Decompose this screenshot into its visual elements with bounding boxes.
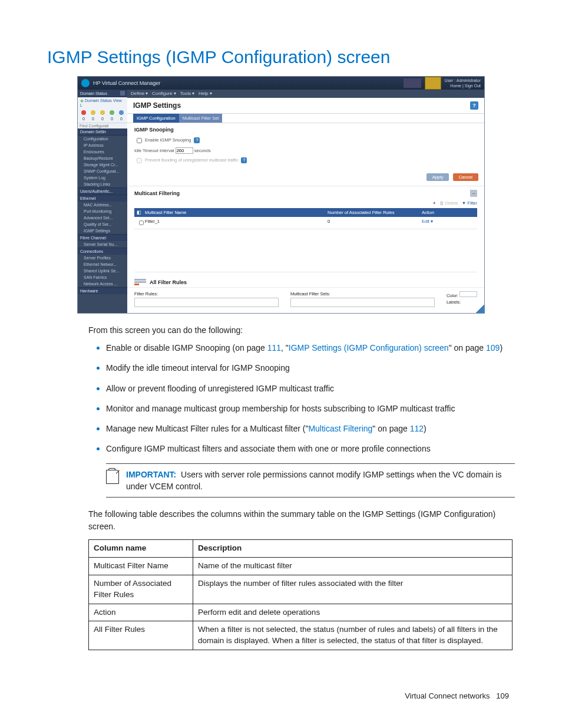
bullet-list: Enable or disable IGMP Snooping (on page… [88,341,515,455]
sidebar-item[interactable]: Ethernet Networ... [78,261,127,268]
labels-label: Labels: [447,299,477,305]
app-title: HP Virtual Connect Manager [93,80,404,86]
menu-item[interactable]: Tools ▾ [180,91,194,96]
app-titlebar: HP Virtual Connect Manager User : Admini… [78,77,484,90]
page-link[interactable]: IGMP Settings (IGMP Configuration) scree… [289,343,449,353]
table-lead: The following table describes the column… [88,508,515,532]
sidebar-item[interactable]: Port Monitoring [78,208,127,215]
sidebar-item[interactable]: Server Serial Nu... [78,241,127,248]
row-checkbox[interactable] [139,220,144,225]
prevent-flooding-checkbox[interactable] [137,158,142,163]
hp-logo-icon [81,79,90,87]
sidebar-users[interactable]: Users/Authentic... [78,187,127,195]
col-count: Number of Associated Filter Rules [328,210,422,215]
cancel-button[interactable]: Cancel [453,173,478,181]
sidebar-item[interactable]: Storage Mgmt Cr... [78,162,127,168]
sidebar-domain-status[interactable]: Domain Status [78,90,127,97]
page-link[interactable]: 111 [267,343,281,353]
sidebar: Domain Status ◉ Domain Status View L 0 0… [78,90,127,313]
page-link[interactable]: 112 [410,424,424,433]
sidebar-connections[interactable]: Connections [78,248,127,255]
list-item: Allow or prevent flooding of unregistere… [106,381,515,394]
filter-rules-box [134,298,279,307]
sidebar-item[interactable]: Server Profiles [78,255,127,261]
add-filter-button[interactable]: + [433,200,435,206]
idle-timeout-input[interactable] [176,147,193,154]
description-table: Column name Description Multicast Filter… [88,539,513,650]
rules-legend-icon [134,278,146,286]
col-name: Multicast Filter Name [145,210,328,215]
content-area: Define ▾ Configure ▾ Tools ▾ Help ▾ IGMP… [127,90,484,313]
collapse-icon[interactable]: – [470,190,477,197]
sidebar-item[interactable]: IP Address [78,142,127,149]
enable-snooping-label: Enable IGMP Snooping [145,137,191,143]
sidebar-item[interactable]: Backup/Restore [78,155,127,162]
list-item: Manage new Multicast Filter rules for a … [106,421,515,434]
page-link[interactable]: Multicast Filtering [308,424,372,433]
cell-action[interactable]: Edit ▾ [422,219,475,227]
panel-title: IGMP Settings [133,101,181,110]
filter-button[interactable]: ▼ Filter [462,200,477,206]
table-row[interactable]: Filter_1 0 Edit ▾ [134,217,477,229]
page-link[interactable]: 109 [486,343,500,353]
help-icon[interactable]: ? [241,157,247,163]
filter-rules-label: Filter Rules: [134,291,279,297]
sidebar-item-igmp[interactable]: IGMP Settings [78,228,127,234]
sidebar-domain-settings[interactable]: Domain Settin [78,129,127,136]
tab-igmp-config[interactable]: IGMP Configuration [133,114,179,123]
all-filter-rules-header: All Filter Rules [127,276,484,287]
cell-name: Filter_1 [145,219,328,227]
domain-status-link[interactable]: ◉ Domain Status View L [78,97,127,108]
list-item: Monitor and manage multicast group membe… [106,401,515,414]
home-link[interactable]: Home [450,84,461,88]
idle-timeout-unit: seconds [194,148,211,153]
enable-snooping-checkbox[interactable] [137,138,142,143]
status-minor-icon[interactable] [100,110,105,115]
col-action: Action [422,210,475,215]
table-row: Action Perform edit and delete operation… [89,604,513,621]
sidebar-item[interactable]: Advanced Set... [78,215,127,221]
help-icon[interactable]: ? [194,137,200,143]
sidebar-item[interactable]: Stacking Links [78,181,127,187]
list-item: Modify the idle timeout interval for IGM… [106,361,515,374]
tab-bar: IGMP ConfigurationMulticast Filter Set [127,114,484,123]
sidebar-item[interactable]: Enclosures [78,149,127,155]
signout-link[interactable]: Sign Out [465,84,481,88]
tab-multicast-filter-set[interactable]: Multicast Filter Set [179,114,223,123]
menu-item[interactable]: Define ▾ [131,91,148,96]
sidebar-item[interactable]: MAC Address... [78,202,127,208]
menu-item[interactable]: Help ▾ [199,91,212,96]
sidebar-item[interactable]: SNMP Configurat... [78,168,127,174]
sidebar-fibre[interactable]: Fibre Channel [78,234,127,241]
sidebar-item[interactable]: System Log [78,174,127,181]
help-icon[interactable]: ? [470,101,478,110]
table-row: Multicast Filter Name Name of the multic… [89,557,513,575]
sidebar-hardware[interactable]: Hardware [78,287,127,294]
status-ok-icon[interactable] [110,110,114,115]
important-note: IMPORTANT: Users with server role permis… [106,463,515,498]
sidebar-item[interactable]: Network Access ... [78,281,127,287]
delete-filter-button[interactable]: 🗑 Delete [439,200,458,206]
sidebar-item[interactable]: Configuration [78,136,127,142]
th-column-name: Column name [89,539,193,557]
sidebar-ethernet[interactable]: Ethernet [78,195,127,202]
sidebar-item[interactable]: Quality of Ser... [78,221,127,228]
table-row: All Filter Rules When a filter is not se… [89,621,513,650]
status-info-icon[interactable] [119,110,124,115]
col-select[interactable]: ◧ [137,210,145,215]
favorite-icon[interactable] [425,77,441,90]
sidebar-item[interactable]: SAN Fabrics [78,274,127,281]
sidebar-item[interactable]: Shared Uplink Se... [78,268,127,274]
color-label: Color: [447,293,458,298]
important-label: IMPORTANT: [126,470,176,479]
embedded-screenshot: HP Virtual Connect Manager User : Admini… [77,76,485,314]
important-icon [106,470,119,484]
status-warning-icon[interactable] [91,110,95,115]
find-input[interactable]: Find Configurati [78,123,127,129]
multicast-table: ◧ Multicast Filter Name Number of Associ… [127,208,484,276]
resize-icon[interactable] [476,305,484,313]
apply-button[interactable]: Apply [427,173,449,181]
status-critical-icon[interactable] [81,110,86,115]
page-heading: IGMP Settings (IGMP Configuration) scree… [47,47,515,67]
menu-item[interactable]: Configure ▾ [152,91,176,96]
